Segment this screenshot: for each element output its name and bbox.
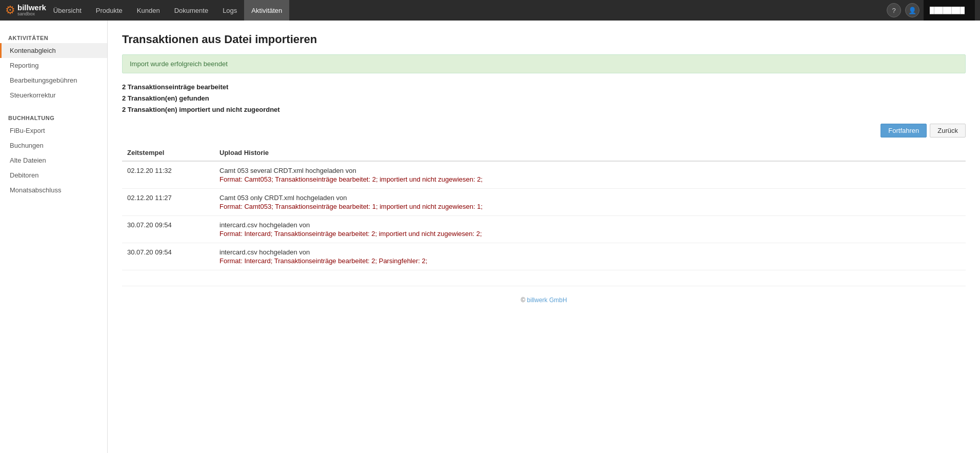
- sidebar-section-aktivitaten: AKTIVITÄTEN: [0, 31, 107, 43]
- upload-detail: Format: Camt053; Transaktionseinträge be…: [219, 175, 961, 183]
- nav-right-section: ? 👤 ████████: [887, 0, 975, 21]
- sidebar-spacer: [0, 103, 107, 111]
- top-navigation: ⚙ billwerk sandbox Übersicht Produkte Ku…: [0, 0, 980, 21]
- upload-title: intercard.csv hochgeladen von: [219, 221, 961, 229]
- col-zeitstempel: Zeitstempel: [122, 145, 214, 161]
- help-button[interactable]: ?: [887, 3, 901, 17]
- nav-dokumente[interactable]: Dokumente: [167, 0, 215, 21]
- sidebar-item-steuerkorrektur[interactable]: Steuerkorrektur: [0, 88, 107, 103]
- sidebar-item-debitoren[interactable]: Debitoren: [0, 168, 107, 183]
- col-upload-historie: Upload Historie: [214, 145, 966, 161]
- nav-ubersicht[interactable]: Übersicht: [46, 0, 89, 21]
- logo-icon: ⚙: [5, 5, 15, 16]
- cell-timestamp: 02.12.20 11:27: [122, 189, 214, 216]
- cell-timestamp: 30.07.20 09:54: [122, 243, 214, 270]
- logo-name: billwerk: [17, 4, 46, 12]
- main-content: Transaktionen aus Datei importieren Impo…: [108, 21, 980, 453]
- sidebar: AKTIVITÄTEN Kontenabgleich Reporting Bea…: [0, 21, 108, 453]
- cell-upload-history: intercard.csv hochgeladen vonFormat: Int…: [214, 216, 966, 243]
- cell-timestamp: 30.07.20 09:54: [122, 216, 214, 243]
- summary-block: 2 Transaktionseinträge bearbeitet 2 Tran…: [122, 82, 966, 115]
- nav-aktivitaten[interactable]: Aktivitäten: [244, 0, 289, 21]
- table-row: 30.07.20 09:54intercard.csv hochgeladen …: [122, 216, 966, 243]
- cell-upload-history: Camt 053 several CRDT.xml hochgeladen vo…: [214, 161, 966, 189]
- table-row: 30.07.20 09:54intercard.csv hochgeladen …: [122, 243, 966, 270]
- action-buttons: Fortfahren Zurück: [122, 124, 966, 137]
- upload-detail: Format: Camt053; Transaktionseinträge be…: [219, 203, 961, 210]
- summary-line2: 2 Transaktion(en) gefunden: [122, 93, 966, 104]
- summary-line1: 2 Transaktionseinträge bearbeitet: [122, 82, 966, 93]
- sidebar-item-reporting[interactable]: Reporting: [0, 58, 107, 73]
- upload-title: intercard.csv hochgeladen von: [219, 248, 961, 256]
- page-title: Transaktionen aus Datei importieren: [122, 33, 966, 46]
- logo-name-block: billwerk sandbox: [17, 4, 46, 17]
- brand-logo: ⚙ billwerk sandbox: [5, 4, 46, 17]
- sidebar-item-alte-dateien[interactable]: Alte Dateien: [0, 153, 107, 168]
- success-banner: Import wurde erfolgreich beendet: [122, 54, 966, 73]
- user-profile-button[interactable]: 👤: [905, 3, 919, 17]
- cell-timestamp: 02.12.20 11:32: [122, 161, 214, 189]
- nav-kunden[interactable]: Kunden: [130, 0, 167, 21]
- sidebar-item-buchungen[interactable]: Buchungen: [0, 138, 107, 153]
- sidebar-item-kontenabgleich[interactable]: Kontenabgleich: [0, 43, 107, 58]
- cell-upload-history: Camt 053 only CRDT.xml hochgeladen vonFo…: [214, 189, 966, 216]
- upload-detail: Format: Intercard; Transaktionseinträge …: [219, 230, 961, 238]
- main-layout: AKTIVITÄTEN Kontenabgleich Reporting Bea…: [0, 21, 980, 453]
- nav-logs[interactable]: Logs: [215, 0, 244, 21]
- nav-produkte[interactable]: Produkte: [89, 0, 130, 21]
- sidebar-item-fibu-export[interactable]: FiBu-Export: [0, 123, 107, 138]
- sidebar-section-buchhaltung: BUCHHALTUNG: [0, 111, 107, 123]
- user-label[interactable]: ████████: [924, 0, 975, 21]
- upload-title: Camt 053 only CRDT.xml hochgeladen von: [219, 194, 961, 202]
- upload-title: Camt 053 several CRDT.xml hochgeladen vo…: [219, 167, 961, 174]
- sidebar-item-monatsabschluss[interactable]: Monatsabschluss: [0, 183, 107, 198]
- logo-subtitle: sandbox: [17, 12, 46, 17]
- table-row: 02.12.20 11:32Camt 053 several CRDT.xml …: [122, 161, 966, 189]
- sidebar-item-bearbeitungsgebuhren[interactable]: Bearbeitungsgebühren: [0, 73, 107, 88]
- footer-copyright: ©: [521, 297, 527, 304]
- upload-detail: Format: Intercard; Transaktionseinträge …: [219, 257, 961, 265]
- cell-upload-history: intercard.csv hochgeladen vonFormat: Int…: [214, 243, 966, 270]
- nav-links: Übersicht Produkte Kunden Dokumente Logs…: [46, 0, 887, 21]
- table-row: 02.12.20 11:27Camt 053 only CRDT.xml hoc…: [122, 189, 966, 216]
- upload-history-table: Zeitstempel Upload Historie 02.12.20 11:…: [122, 145, 966, 270]
- fortfahren-button[interactable]: Fortfahren: [881, 124, 927, 137]
- summary-line3: 2 Transaktion(en) importiert und nicht z…: [122, 104, 966, 115]
- table-header-row: Zeitstempel Upload Historie: [122, 145, 966, 161]
- footer-link[interactable]: billwerk GmbH: [527, 297, 567, 304]
- footer: © billwerk GmbH: [122, 286, 966, 314]
- zurueck-button[interactable]: Zurück: [930, 124, 966, 137]
